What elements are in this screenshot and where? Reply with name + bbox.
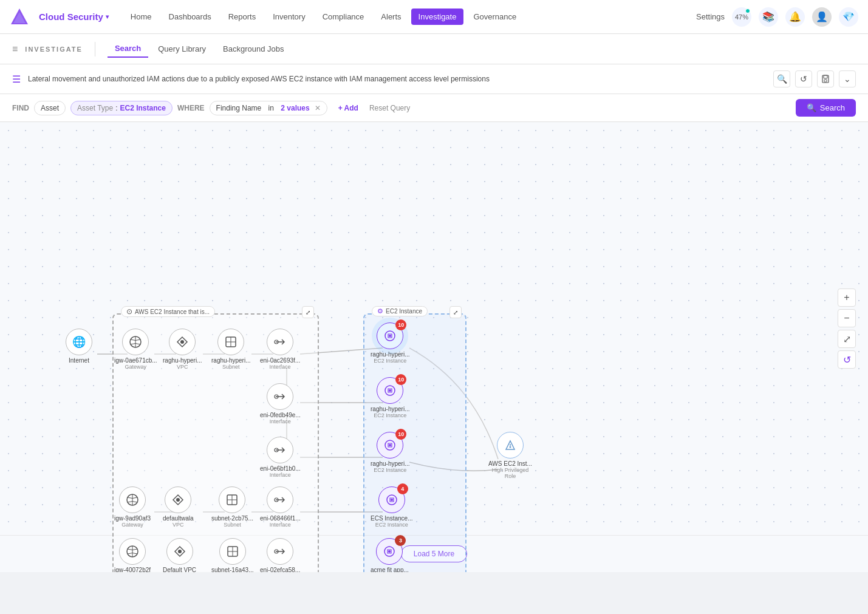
node-app1[interactable]: 3 acme fit app... EC2 Instance xyxy=(371,538,409,572)
notification-badge[interactable]: 47% xyxy=(732,7,751,27)
find-label: FIND xyxy=(12,104,29,112)
vpc2-sublabel: VPC xyxy=(173,522,184,528)
finding-chip[interactable]: Finding Name in 2 values ✕ xyxy=(210,101,327,115)
group-expand-2[interactable]: ⤢ xyxy=(449,306,462,318)
search-button[interactable]: 🔍 Search xyxy=(796,99,856,117)
node-vpc1[interactable]: raghu-hyperi... VPC xyxy=(163,329,202,370)
app1-badge: 3 xyxy=(395,535,406,546)
node-vpc3[interactable]: Default VPC VPC xyxy=(163,538,196,572)
add-filter-btn[interactable]: + Add xyxy=(332,101,364,115)
query-search-btn[interactable]: 🔍 xyxy=(773,70,790,87)
zoom-in-btn[interactable]: + xyxy=(838,288,856,307)
svg-rect-4 xyxy=(824,80,827,82)
group-expand-1[interactable]: ⤢ xyxy=(302,306,314,318)
node-igw1[interactable]: igw-0ae671cb... Gateway xyxy=(114,329,157,370)
node-ecs1[interactable]: 4 ECS Instance... EC2 Instance xyxy=(371,486,412,528)
subnet2-label: subnet-2cb75... xyxy=(211,515,253,522)
node-vpc2[interactable]: defaultwala VPC xyxy=(163,486,194,528)
eni2-icon xyxy=(267,383,293,410)
vpc3-icon xyxy=(166,538,193,565)
query-save-btn[interactable] xyxy=(817,70,834,87)
vpc2-label: defaultwala xyxy=(163,515,194,522)
node-eni1[interactable]: eni-0ac2693f... Interface xyxy=(260,329,300,370)
tab-background-jobs[interactable]: Background Jobs xyxy=(216,41,291,57)
node-eni4[interactable]: eni-068466f1... Interface xyxy=(260,486,301,528)
zoom-out-btn[interactable]: − xyxy=(838,309,856,327)
tab-query-library[interactable]: Query Library xyxy=(151,41,213,57)
app-title[interactable]: Cloud Security ▾ xyxy=(39,12,109,22)
nav-compliance[interactable]: Compliance xyxy=(315,9,372,25)
query-expand-btn[interactable]: ⌄ xyxy=(839,70,856,87)
query-text: Lateral movement and unauthorized IAM ac… xyxy=(28,75,768,83)
node-igw2[interactable]: igw-9ad90af3 Gateway xyxy=(114,486,151,528)
node-ec2-2[interactable]: 10 raghu-hyperi... EC2 Instance xyxy=(371,377,409,418)
eni3-label: eni-0e6bf1b0... xyxy=(260,465,301,472)
asset-type-chip[interactable]: Asset Type : EC2 Instance xyxy=(70,101,173,115)
igw1-icon xyxy=(122,329,149,355)
eni2-label: eni-0fedb49e... xyxy=(260,412,301,418)
tab-search[interactable]: Search xyxy=(108,40,148,58)
notification-percent: 47% xyxy=(735,13,748,21)
subnet1-label: raghu-hyperi... xyxy=(211,357,250,364)
nav-inventory[interactable]: Inventory xyxy=(265,9,312,25)
ec2-3-icon: 10 xyxy=(377,432,403,459)
node-eni5[interactable]: eni-02efca58... Interface xyxy=(260,538,300,572)
node-role[interactable]: AWS EC2 Inst... High Privileged Role xyxy=(486,432,535,479)
eni4-sublabel: Interface xyxy=(270,522,291,528)
node-igw3[interactable]: igw-40072b2f Gateway xyxy=(114,538,151,572)
node-internet[interactable]: 🌐 Internet xyxy=(66,329,92,364)
zoom-reset-btn[interactable]: ↺ xyxy=(838,350,856,369)
investigate-icon: ≡ xyxy=(12,44,18,55)
avatar-book[interactable]: 📚 xyxy=(759,7,778,27)
nav-home[interactable]: Home xyxy=(123,9,159,25)
igw3-label: igw-40072b2f xyxy=(114,567,151,572)
internet-label: Internet xyxy=(69,357,89,364)
nav-right: Settings 47% 📚 🔔 👤 💎 xyxy=(696,7,858,27)
node-eni3[interactable]: eni-0e6bf1b0... Interface xyxy=(260,437,301,478)
asset-type-val: EC2 Instance xyxy=(120,104,166,112)
query-undo-btn[interactable]: ↺ xyxy=(795,70,812,87)
finding-key: Finding Name xyxy=(216,104,262,112)
svg-point-33 xyxy=(389,389,391,392)
avatar-gem[interactable]: 💎 xyxy=(839,7,858,27)
nav-governance[interactable]: Governance xyxy=(466,9,524,25)
node-subnet2[interactable]: subnet-2cb75... Subnet xyxy=(211,486,253,528)
nav-dashboards[interactable]: Dashboards xyxy=(162,9,219,25)
nav-investigate[interactable]: Investigate xyxy=(411,9,464,25)
role-icon xyxy=(497,432,524,459)
node-ec2-1[interactable]: 10 raghu-hyperi... EC2 Instance xyxy=(371,322,409,364)
avatar-bell[interactable]: 🔔 xyxy=(785,7,805,27)
query-actions: 🔍 ↺ ⌄ xyxy=(773,70,856,87)
filter-bar: FIND Asset Asset Type : EC2 Instance WHE… xyxy=(0,94,868,122)
reset-query-btn[interactable]: Reset Query xyxy=(369,104,410,112)
nav-reports[interactable]: Reports xyxy=(221,9,264,25)
vpc1-label: raghu-hyperi... xyxy=(163,357,202,364)
asset-chip[interactable]: Asset xyxy=(34,101,66,115)
app-title-text: Cloud Security xyxy=(39,12,103,22)
node-ec2-3[interactable]: 10 raghu-hyperi... EC2 Instance xyxy=(371,432,409,473)
igw2-icon xyxy=(119,486,146,513)
eni1-label: eni-0ac2693f... xyxy=(260,357,300,364)
node-subnet3[interactable]: subnet-16a43... Subnet xyxy=(211,538,254,572)
finding-in: in xyxy=(268,104,274,112)
internet-icon: 🌐 xyxy=(66,329,92,355)
svg-point-56 xyxy=(388,550,391,553)
svg-rect-3 xyxy=(824,75,827,78)
group-label-2: ⚙ EC2 Instance xyxy=(372,306,428,316)
asset-type-sep: : xyxy=(115,104,117,112)
zoom-fit-btn[interactable]: ⤢ xyxy=(838,330,856,348)
settings-button[interactable]: Settings xyxy=(696,12,725,21)
finding-close[interactable]: ✕ xyxy=(315,104,321,112)
graph-area: ⊙ AWS EC2 Instance that is... ⤢ ⚙ EC2 In… xyxy=(0,122,868,572)
ec2-3-sublabel: EC2 Instance xyxy=(374,467,406,473)
notification-dot xyxy=(745,9,750,13)
node-eni2[interactable]: eni-0fedb49e... Interface xyxy=(260,383,301,425)
nav-alerts[interactable]: Alerts xyxy=(374,9,408,25)
igw2-sublabel: Gateway xyxy=(121,522,143,528)
role-sublabel: High Privileged Role xyxy=(486,467,535,479)
eni1-sublabel: Interface xyxy=(270,364,291,370)
subnet1-sublabel: Subnet xyxy=(222,364,240,370)
node-subnet1[interactable]: raghu-hyperi... Subnet xyxy=(211,329,250,370)
ecs1-label: ECS Instance... xyxy=(371,515,412,522)
avatar-user[interactable]: 👤 xyxy=(812,7,832,27)
